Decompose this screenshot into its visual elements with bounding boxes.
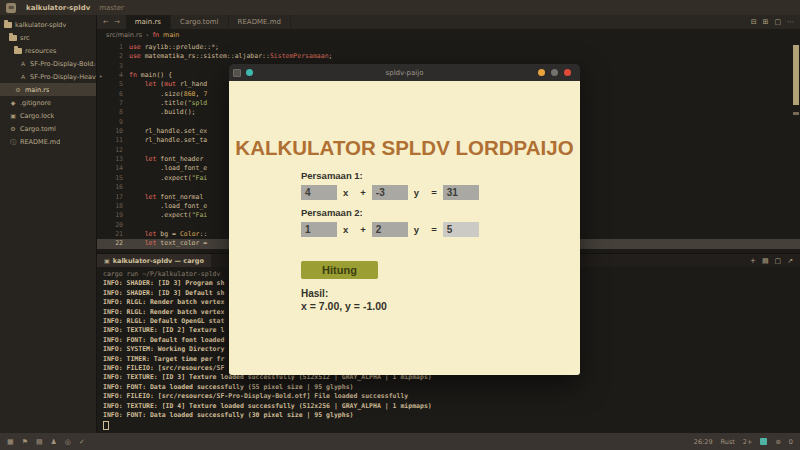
- token: rl_hand: [180, 80, 207, 88]
- menu-icon[interactable]: ≡: [6, 3, 16, 13]
- file-label: Cargo.toml: [20, 125, 56, 133]
- token: mut: [164, 80, 180, 88]
- layout-icon[interactable]: ▢: [774, 18, 781, 26]
- line-number: 15: [105, 174, 129, 183]
- hitung-button[interactable]: Hitung: [301, 261, 378, 279]
- breadcrumb: src/main.rs›fnmain: [97, 29, 800, 41]
- token: .load_font_e: [129, 202, 207, 210]
- token: "spld: [188, 99, 208, 107]
- breadcrumb-segment[interactable]: ›: [146, 31, 149, 39]
- breadcrumb-segment[interactable]: src/main.rs: [106, 31, 142, 39]
- terminal-tab[interactable]: ▣ kalkulator-spldv — cargo: [97, 254, 211, 267]
- token: use: [129, 43, 145, 51]
- gutter: [97, 52, 105, 61]
- panel-icon[interactable]: ▤: [36, 438, 43, 446]
- desktop: ≡ kalkulator-spldv master kalkulator-spl…: [0, 0, 800, 450]
- grid-icon[interactable]: ▦: [7, 438, 14, 446]
- token: SistemPersamaan: [270, 52, 329, 60]
- error-count[interactable]: 0: [789, 438, 793, 446]
- code-text: .build();: [129, 108, 196, 117]
- terminal-action-icons: +▤▢↗: [750, 254, 800, 267]
- kill-terminal-icon[interactable]: ▢: [775, 257, 782, 265]
- code-text: let font_header: [129, 155, 203, 164]
- line-number: 10: [105, 127, 129, 136]
- tab-readme-md[interactable]: README.md: [229, 15, 291, 29]
- eq1-b-input[interactable]: -3: [372, 185, 408, 200]
- target-icon[interactable]: ◎: [65, 438, 71, 446]
- sidebar-item-readme-md[interactable]: ⓘREADME.md: [0, 135, 96, 148]
- gutter-run-icon[interactable]: ▸: [97, 71, 105, 80]
- split-vertical-icon[interactable]: ⊞: [763, 18, 769, 26]
- token: let: [145, 230, 161, 238]
- sidebar-item-resources[interactable]: resources: [0, 44, 96, 57]
- eq2-c-input[interactable]: 5: [443, 222, 479, 237]
- color-swatch[interactable]: [760, 438, 767, 445]
- eq1-c-input[interactable]: 31: [443, 185, 479, 200]
- token: 860: [184, 90, 196, 98]
- folder-icon: [9, 35, 17, 41]
- sidebar-item-sf-pro-display-heavy-otf[interactable]: ASF-Pro-Display-Heavy.otf: [0, 70, 96, 83]
- minimap-scrollbar[interactable]: [793, 45, 799, 105]
- gutter: [97, 118, 105, 127]
- gutter: [97, 108, 105, 117]
- app-title: spldv-paijo: [229, 69, 580, 77]
- result-label: Hasil:: [301, 288, 328, 299]
- eq1-a-input[interactable]: 4: [301, 185, 337, 200]
- line-number: 5: [105, 80, 129, 89]
- token: [129, 230, 145, 238]
- eq2-a-input[interactable]: 1: [301, 222, 337, 237]
- sidebar-item-src[interactable]: src: [0, 31, 96, 44]
- sidebar-item-sf-pro-display-bold-otf[interactable]: ASF-Pro-Display-Bold.otf: [0, 57, 96, 70]
- app-titlebar[interactable]: spldv-paijo: [229, 64, 580, 81]
- cursor-position[interactable]: 26:29: [694, 438, 713, 446]
- token: font_header: [160, 155, 203, 163]
- language-mode[interactable]: Rust: [721, 438, 735, 446]
- eq2-b-input[interactable]: 2: [372, 222, 408, 237]
- new-terminal-icon[interactable]: +: [750, 257, 756, 265]
- equation2-label: Persamaan 2:: [301, 207, 479, 218]
- git-icon: ◆: [9, 99, 17, 107]
- token: rl_handle.set_ta: [129, 136, 207, 144]
- expand-terminal-icon[interactable]: ↗: [787, 257, 793, 265]
- file-label: SF-Pro-Display-Heavy.otf: [30, 73, 96, 81]
- token: =: [168, 230, 180, 238]
- font-icon: A: [19, 73, 27, 81]
- code-text: .size(860, 7: [129, 90, 207, 99]
- sidebar-item-cargo-toml[interactable]: ⚙Cargo.toml: [0, 122, 96, 135]
- person-icon[interactable]: ♟: [51, 438, 57, 446]
- sidebar-item-kalkulator-spldv[interactable]: kalkulator-spldv: [0, 18, 96, 31]
- token: main: [141, 71, 157, 79]
- gutter: [97, 230, 105, 239]
- line-number: 17: [105, 193, 129, 202]
- x-symbol: x: [343, 224, 348, 235]
- sidebar-item-gitignore[interactable]: ◆.gitignore: [0, 96, 96, 109]
- back-icon[interactable]: ←: [103, 18, 109, 26]
- equation-form: Persamaan 1: 4 x + -3 y = 31 Persamaan 2…: [301, 170, 479, 244]
- breadcrumb-segment[interactable]: fn: [153, 31, 159, 39]
- status-bar: ▦⚑▤♟◎✓ 26:29Rust2+⊛0: [0, 433, 800, 450]
- tab-cargo-toml[interactable]: Cargo.toml: [171, 15, 229, 29]
- rust-icon: ⚙: [14, 86, 22, 94]
- line-number: 8: [105, 108, 129, 117]
- folder-icon: [14, 48, 22, 54]
- breadcrumb-segment[interactable]: main: [163, 31, 179, 39]
- line-number: 7: [105, 99, 129, 108]
- forward-icon[interactable]: →: [114, 18, 120, 26]
- notifications-count[interactable]: 2+: [743, 438, 753, 446]
- flag-icon[interactable]: ⚑: [22, 438, 28, 446]
- token: .size(: [129, 90, 184, 98]
- check-icon[interactable]: ✓: [79, 438, 85, 446]
- split-horizontal-icon[interactable]: ⊟: [751, 18, 757, 26]
- code-line: 1use raylib::prelude::*;: [97, 43, 800, 52]
- file-label: kalkulator-spldv: [15, 21, 66, 29]
- plus-symbol: +: [360, 224, 366, 235]
- tab-main-rs[interactable]: main.rs: [126, 15, 171, 29]
- more-actions-icon[interactable]: ⋯: [787, 18, 794, 26]
- split-terminal-icon[interactable]: ▤: [762, 257, 769, 265]
- file-label: .gitignore: [20, 99, 51, 107]
- sidebar-item-cargo-lock[interactable]: ▣Cargo.lock: [0, 109, 96, 122]
- sync-icon[interactable]: ⊛: [775, 438, 780, 446]
- y-symbol: y: [414, 224, 419, 235]
- token: () {: [156, 71, 172, 79]
- sidebar-item-main-rs[interactable]: ⚙main.rs: [0, 83, 96, 96]
